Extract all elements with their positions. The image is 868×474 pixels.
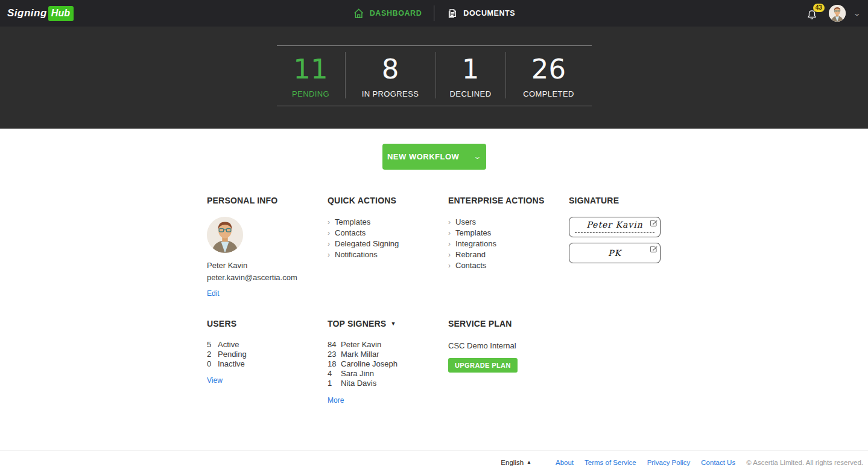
nav-dashboard-label: DASHBOARD <box>370 9 422 18</box>
top-signer-row: 4Sara Jinn <box>328 369 448 379</box>
stats-row: 11 PENDING 8 IN PROGRESS 1 DECLINED 26 C… <box>277 45 592 106</box>
users-section: USERS 5Active 2Pending 0Inactive View <box>207 319 328 405</box>
stat-in-progress-label: IN PROGRESS <box>362 89 419 98</box>
language-selector[interactable]: English ▲ <box>501 459 531 466</box>
enterprise-action-integrations[interactable]: ›Integrations <box>448 239 569 249</box>
enterprise-action-label: Templates <box>455 228 491 239</box>
enterprise-actions-list: ›Users ›Templates ›Integrations ›Rebrand… <box>448 217 569 271</box>
service-plan-section: SERVICE PLAN CSC Demo Internal UPGRADE P… <box>448 319 569 405</box>
nav-documents[interactable]: DOCUMENTS <box>446 8 515 19</box>
quick-actions-section: QUICK ACTIONS ›Templates ›Contacts ›Dele… <box>328 196 448 298</box>
stat-declined[interactable]: 1 DECLINED <box>436 52 505 98</box>
signature-initials-text: PK <box>569 248 660 258</box>
top-signer-name: Sara Jinn <box>341 369 374 379</box>
documents-icon <box>446 8 458 19</box>
nav-divider <box>434 5 434 21</box>
enterprise-action-label: Users <box>455 217 476 228</box>
new-workflow-label: NEW WORKFLOW <box>387 152 459 161</box>
footer-link-terms[interactable]: Terms of Service <box>584 459 636 466</box>
stat-completed-label: COMPLETED <box>523 89 574 98</box>
new-workflow-button[interactable]: NEW WORKFLOW ⌄ <box>382 144 486 170</box>
top-signer-name: Nita Davis <box>341 379 376 388</box>
chevron-right-icon: › <box>328 217 330 228</box>
top-signers-dropdown-icon[interactable]: ▼ <box>390 321 396 327</box>
main-nav: DASHBOARD DOCUMENTS <box>353 0 516 27</box>
user-avatar-small[interactable] <box>829 5 846 22</box>
quick-action-contacts[interactable]: ›Contacts <box>328 228 448 239</box>
users-active-row: 5Active <box>207 340 328 350</box>
users-pending-row: 2Pending <box>207 350 328 359</box>
chevron-right-icon: › <box>448 217 451 228</box>
top-right-controls: 43 ⌄ <box>806 5 860 22</box>
quick-action-label: Contacts <box>335 228 366 239</box>
content-row-1: PERSONAL INFO <box>207 196 665 298</box>
enterprise-action-users[interactable]: ›Users <box>448 217 569 228</box>
top-signers-list: 84Peter Kavin 23Mark Millar 18Caroline J… <box>328 340 448 388</box>
edit-signature-icon[interactable] <box>650 219 657 227</box>
home-icon <box>353 8 364 19</box>
logo-hub-badge: Hub <box>48 6 74 21</box>
view-users-link[interactable]: View <box>207 376 223 385</box>
notification-count-badge: 43 <box>813 4 825 12</box>
upgrade-plan-button[interactable]: UPGRADE PLAN <box>448 358 518 373</box>
users-active-count: 5 <box>207 340 218 350</box>
quick-action-notifications[interactable]: ›Notifications <box>328 249 448 260</box>
edit-profile-link[interactable]: Edit <box>207 289 220 298</box>
top-bar: Signing Hub DASHBOARD <box>0 0 868 27</box>
enterprise-actions-title: ENTERPRISE ACTIONS <box>448 196 569 205</box>
enterprise-action-templates[interactable]: ›Templates <box>448 228 569 239</box>
stat-pending[interactable]: 11 PENDING <box>277 52 345 98</box>
signinghub-logo[interactable]: Signing Hub <box>7 6 74 21</box>
signature-dashed-line <box>575 232 654 233</box>
top-signer-count: 84 <box>328 340 341 350</box>
account-menu-chevron-icon[interactable]: ⌄ <box>852 10 861 18</box>
stat-in-progress-value: 8 <box>382 52 399 87</box>
footer-link-privacy[interactable]: Privacy Policy <box>647 459 691 466</box>
user-name: Peter Kavin <box>207 261 328 270</box>
stat-pending-label: PENDING <box>292 89 329 98</box>
notifications-button[interactable]: 43 <box>806 6 822 21</box>
enterprise-action-contacts[interactable]: ›Contacts <box>448 260 569 271</box>
top-signers-title: TOP SIGNERS <box>328 319 386 328</box>
enterprise-action-label: Rebrand <box>455 249 486 260</box>
quick-action-templates[interactable]: ›Templates <box>328 217 448 228</box>
signature-initials-box: PK <box>569 243 661 263</box>
stat-completed-value: 26 <box>531 52 566 87</box>
stat-declined-value: 1 <box>462 52 480 87</box>
enterprise-action-rebrand[interactable]: ›Rebrand <box>448 249 569 260</box>
content-row-2: USERS 5Active 2Pending 0Inactive View TO… <box>207 319 665 405</box>
top-signer-row: 1Nita Davis <box>328 379 448 388</box>
signature-full-box: Peter Kavin <box>569 217 661 237</box>
enterprise-actions-section: ENTERPRISE ACTIONS ›Users ›Templates ›In… <box>448 196 569 298</box>
footer: English ▲ About Terms of Service Privacy… <box>0 450 868 474</box>
footer-link-about[interactable]: About <box>556 459 574 466</box>
quick-action-delegated-signing[interactable]: ›Delegated Signing <box>328 239 448 249</box>
more-signers-link[interactable]: More <box>328 396 344 405</box>
stat-in-progress[interactable]: 8 IN PROGRESS <box>345 52 436 98</box>
quick-actions-list: ›Templates ›Contacts ›Delegated Signing … <box>328 217 448 260</box>
top-signer-name: Caroline Joseph <box>341 359 398 369</box>
top-signers-title-row: TOP SIGNERS ▼ <box>328 319 448 328</box>
quick-action-label: Templates <box>335 217 370 228</box>
chevron-right-icon: › <box>448 249 451 260</box>
users-title: USERS <box>207 319 328 328</box>
users-inactive-count: 0 <box>207 359 218 369</box>
new-workflow-chevron-icon: ⌄ <box>473 153 483 161</box>
chevron-right-icon: › <box>328 249 330 260</box>
profile-avatar <box>207 217 243 253</box>
quick-action-label: Delegated Signing <box>335 239 399 249</box>
enterprise-action-label: Contacts <box>455 260 486 271</box>
top-signer-row: 23Mark Millar <box>328 350 448 359</box>
service-plan-name: CSC Demo Internal <box>448 341 569 350</box>
dashboard-page: Signing Hub DASHBOARD <box>0 0 868 474</box>
edit-initials-icon[interactable] <box>650 245 657 253</box>
stats-band: 11 PENDING 8 IN PROGRESS 1 DECLINED 26 C… <box>0 27 868 129</box>
top-signers-section: TOP SIGNERS ▼ 84Peter Kavin 23Mark Milla… <box>328 319 448 405</box>
top-signer-row: 18Caroline Joseph <box>328 359 448 369</box>
stat-completed[interactable]: 26 COMPLETED <box>505 52 592 98</box>
top-signer-name: Mark Millar <box>341 350 379 359</box>
footer-link-contact[interactable]: Contact Us <box>701 459 735 466</box>
nav-dashboard[interactable]: DASHBOARD <box>353 8 422 19</box>
users-active-label: Active <box>218 340 239 350</box>
personal-info-title: PERSONAL INFO <box>207 196 328 205</box>
